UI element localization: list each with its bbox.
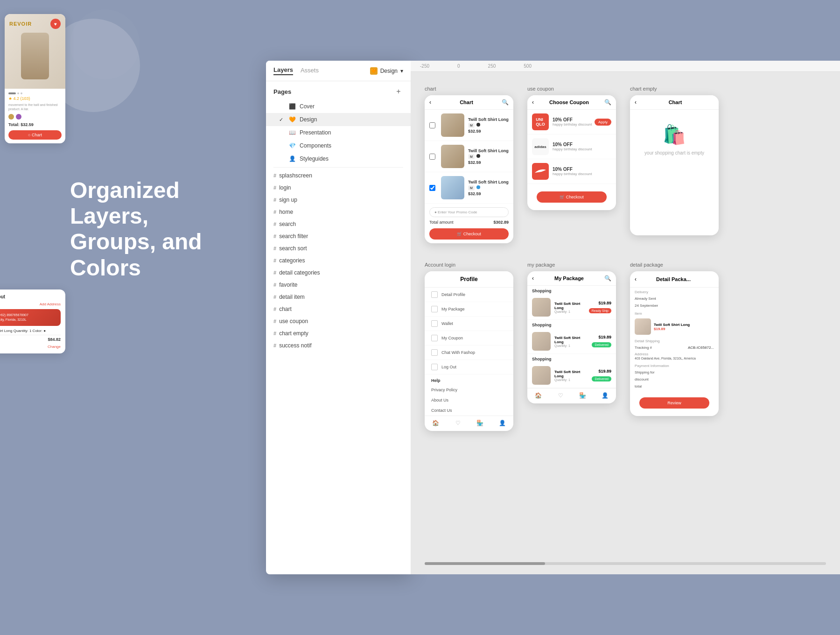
checkout-button-chart[interactable]: 🛒 Checkout [429, 228, 509, 240]
account-login-frame: Account login Profile Detail Profile My … [425, 262, 513, 431]
swatch-gold[interactable] [8, 114, 14, 120]
add-address-link[interactable]: Add Address [0, 302, 61, 306]
change-link[interactable]: Change [0, 345, 61, 349]
status-btn-3[interactable]: Delivered [592, 376, 611, 381]
canvas-scrollbar-thumb[interactable] [425, 562, 545, 565]
layer-search[interactable]: # search [266, 218, 411, 230]
checkout-total: $84.82 [0, 337, 61, 342]
use-coupon-frame-label: use coupon [527, 86, 616, 92]
menu-logout[interactable]: Log Out [425, 360, 513, 374]
chart-empty-header: ‹ Chart [630, 95, 719, 110]
chart-frame-label: chart [425, 86, 513, 92]
review-btn-container: Review [630, 390, 719, 416]
search-icon-pkg[interactable]: 🔍 [604, 275, 611, 282]
help-section: Help [425, 374, 513, 385]
layer-success-notif[interactable]: # success notif [266, 339, 411, 352]
nike-swoosh-icon [535, 169, 546, 174]
chart-checkbox-3[interactable] [429, 185, 435, 191]
nav-shop[interactable]: 🏪 [469, 416, 491, 431]
detail-tracking: Tracking # ACB-IC65872... [630, 344, 719, 351]
layer-search-sort[interactable]: # search sort [266, 242, 411, 254]
adidas-logo: adidas [532, 138, 549, 155]
promo-input-display: ● Enter Your Promo Code [429, 207, 509, 217]
nav-favorite[interactable]: ♡ [447, 416, 469, 431]
layer-home[interactable]: # home [266, 206, 411, 218]
color-swatches [8, 114, 62, 120]
chart-checkbox-1[interactable] [429, 122, 435, 128]
layer-login[interactable]: # login [266, 182, 411, 194]
nav-profile[interactable]: 👤 [491, 416, 514, 431]
back-icon-detail[interactable]: ‹ [635, 276, 637, 282]
canvas-top-row: chart ‹ Chart 🔍 Twill Soft Shirt Long M [411, 72, 840, 243]
empty-icon: 🛍️ [639, 124, 709, 146]
layer-search-filter[interactable]: # search filter [266, 230, 411, 242]
chart-item-image-2 [441, 145, 464, 168]
search-icon-coupon[interactable]: 🔍 [604, 99, 611, 106]
pkg-nav-favorite[interactable]: ♡ [550, 388, 572, 403]
page-item-components[interactable]: 💎 Components [266, 139, 411, 152]
checkout-button-coupon[interactable]: 🛒 Checkout [537, 191, 607, 203]
pkg-nav-profile[interactable]: 👤 [594, 388, 616, 403]
layer-favorite[interactable]: # favorite [266, 279, 411, 291]
swatch-purple[interactable] [16, 114, 21, 120]
layer-use-coupon[interactable]: # use coupon [266, 315, 411, 327]
wallet-icon [431, 320, 438, 327]
pkg-item-1: Twill Soft Shirt Long Quantity: 1 $19.89… [527, 295, 616, 320]
size-badge-2: M [468, 154, 475, 159]
back-icon-pkg[interactable]: ‹ [532, 275, 534, 282]
add-to-chart-button[interactable]: ○ Chart [8, 130, 62, 140]
menu-my-package[interactable]: My Package [425, 302, 513, 317]
hero-line3: Colors [70, 255, 141, 280]
payment-shipping: Shipping for [630, 369, 719, 376]
footer-contact[interactable]: Contact Us [425, 405, 513, 416]
footer-privacy[interactable]: Privacy Policy [425, 385, 513, 395]
pages-section-header: Pages + [266, 81, 411, 100]
nike-logo [532, 163, 549, 180]
footer-about[interactable]: About Us [425, 395, 513, 405]
layer-chart[interactable]: # chart [266, 303, 411, 315]
menu-wallet[interactable]: Wallet [425, 317, 513, 331]
layer-chart-empty[interactable]: # chart empty [266, 327, 411, 339]
tab-layers[interactable]: Layers [273, 66, 293, 75]
heart-button[interactable]: ♥ [50, 19, 61, 29]
add-page-button[interactable]: + [394, 87, 403, 96]
coupon-title: Choose Coupon [549, 99, 589, 105]
layer-detail-item[interactable]: # detail item [266, 291, 411, 303]
pkg-nav-shop[interactable]: 🏪 [572, 388, 594, 403]
layer-detail-categories[interactable]: # detail categories [266, 267, 411, 279]
package-phone: ‹ My Package 🔍 Shopping Twill Soft Shirt… [527, 271, 616, 403]
nike-info: 10% OFF happy birthday discount [553, 167, 611, 176]
apply-button-uniqlo[interactable]: Apply [595, 119, 611, 126]
status-btn-2[interactable]: Delivered [592, 342, 611, 347]
layer-signup[interactable]: # sign up [266, 194, 411, 206]
chart-item-info-3: Twill Soft Shirt Long M $32.59 [468, 180, 509, 196]
back-icon-coupon[interactable]: ‹ [532, 99, 534, 106]
carousel-dots [8, 92, 62, 94]
back-icon-empty[interactable]: ‹ [635, 99, 637, 106]
page-item-styleguides[interactable]: 👤 Styleguides [266, 152, 411, 165]
chart-phone: ‹ Chart 🔍 Twill Soft Shirt Long M $32.59 [425, 95, 513, 243]
status-btn-1[interactable]: Ready Ship [589, 308, 611, 313]
logout-icon [431, 364, 438, 370]
back-icon[interactable]: ‹ [429, 99, 431, 106]
chart-empty-label: chart empty [630, 86, 719, 92]
nav-home[interactable]: 🏠 [425, 416, 447, 431]
profile-header: Profile [425, 271, 513, 288]
chevron-down-icon: ▾ [400, 68, 403, 74]
review-button[interactable]: Review [639, 397, 709, 409]
menu-chat[interactable]: Chat With Fashop [425, 346, 513, 360]
layer-categories[interactable]: # categories [266, 254, 411, 267]
page-item-design[interactable]: ✓ 🧡 Design [266, 113, 411, 126]
canvas-scrollbar-track[interactable] [425, 562, 826, 565]
chart-checkbox-2[interactable] [429, 154, 435, 160]
page-item-cover[interactable]: ⬛ Cover [266, 100, 411, 113]
menu-my-coupon[interactable]: My Coupon [425, 331, 513, 346]
pkg-nav-home[interactable]: 🏠 [527, 388, 550, 403]
detail-shipping-section: Detail Shipping [630, 337, 719, 344]
layer-splashscreen[interactable]: # splashscreen [266, 169, 411, 182]
tab-assets[interactable]: Assets [301, 67, 319, 75]
menu-detail-profile[interactable]: Detail Profile [425, 288, 513, 302]
coupon-phone: ‹ Choose Coupon 🔍 UNIQLO 10% OFF happy b… [527, 95, 616, 210]
page-item-presentation[interactable]: 📖 Presentation [266, 126, 411, 139]
search-icon[interactable]: 🔍 [502, 99, 509, 106]
